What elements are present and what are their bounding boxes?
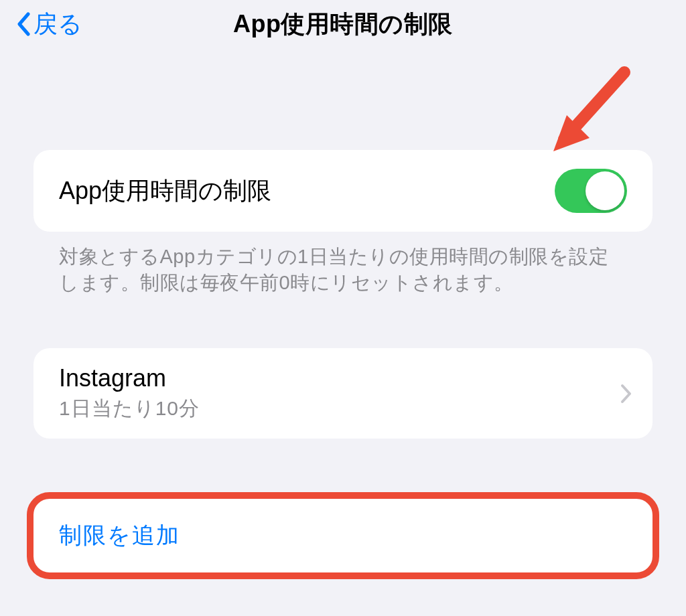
chevron-right-icon xyxy=(620,384,632,404)
chevron-left-icon xyxy=(16,12,31,36)
add-limit-label: 制限を追加 xyxy=(59,522,180,548)
toggle-footer-text: 対象とするAppカテゴリの1日当たりの使用時間の制限を設定します。制限は毎夜午前… xyxy=(33,232,653,296)
navigation-header: 戻る App使用時間の制限 xyxy=(0,0,686,48)
svg-line-0 xyxy=(564,72,624,139)
limits-card: Instagram 1日当たり10分 xyxy=(33,348,653,439)
limit-row-instagram[interactable]: Instagram 1日当たり10分 xyxy=(33,348,653,439)
svg-marker-1 xyxy=(553,115,590,151)
add-limit-button[interactable]: 制限を追加 xyxy=(33,499,653,572)
limit-detail: 1日当たり10分 xyxy=(59,395,200,422)
app-limit-toggle[interactable] xyxy=(555,169,627,213)
limit-row-text: Instagram 1日当たり10分 xyxy=(59,364,200,422)
page-title: App使用時間の制限 xyxy=(233,8,453,41)
toggle-knob xyxy=(586,171,624,210)
limit-name: Instagram xyxy=(59,364,200,392)
app-limit-toggle-row: App使用時間の制限 xyxy=(33,150,653,232)
add-limit-wrap: 制限を追加 xyxy=(33,499,653,572)
toggle-card: App使用時間の制限 xyxy=(33,150,653,232)
back-label: 戻る xyxy=(33,8,82,41)
back-button[interactable]: 戻る xyxy=(16,8,82,41)
toggle-label: App使用時間の制限 xyxy=(59,175,271,208)
